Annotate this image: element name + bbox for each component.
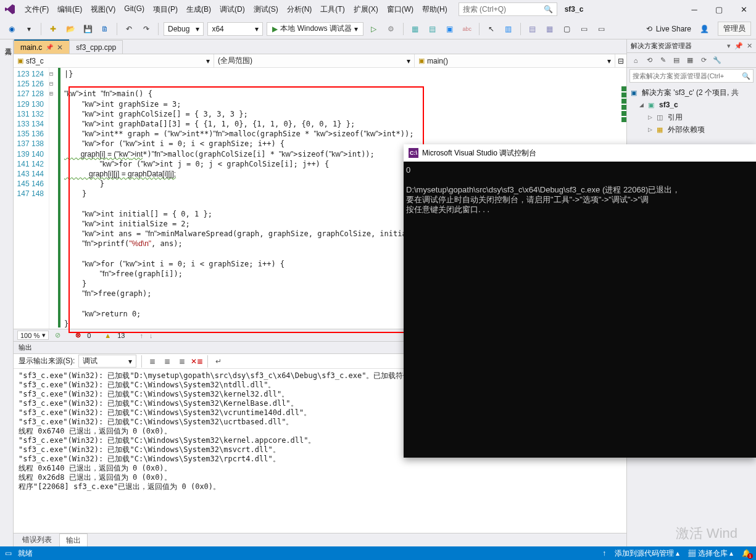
indent-icon[interactable]: ▥ [502,22,515,36]
line-numbers: 123 124 125 126 127 128 129 130 131 132 … [14,68,44,199]
panel-menu-icon[interactable]: ▾ [727,42,731,50]
output-source-combo[interactable]: 调试▾ [78,355,136,368]
platform-combo[interactable]: x64▾ [207,22,263,36]
fold-column[interactable]: ⊟ ⊟ ⊞ [49,68,58,329]
save-all-icon[interactable]: 🗎 [98,22,112,36]
close-icon[interactable]: ✕ [57,43,63,52]
nav-fwd-icon[interactable]: ▾ [22,22,36,36]
menu-item[interactable]: 生成(B) [183,2,215,17]
pin-icon[interactable]: 📌 [46,44,53,51]
redo-icon[interactable]: ↷ [139,22,153,36]
maximize-button[interactable]: ▢ [710,3,728,15]
tool-icon[interactable]: ✎ [658,56,668,65]
split-icon[interactable]: ⊟ [615,54,626,67]
status-source-control[interactable]: 添加到源代码管理 ▴ [615,548,679,559]
tool-icon[interactable]: ▦ [409,22,422,36]
grid-icon[interactable]: ▦ [543,22,557,36]
play-outline-icon[interactable]: ▷ [367,22,381,36]
debug-target-icon[interactable]: ⚙ [384,22,398,36]
menu-item[interactable]: 扩展(X) [350,2,382,17]
start-debug-button[interactable]: ▶本地 Windows 调试器▾ [267,22,363,36]
goto-icon[interactable]: ≣ [147,356,158,367]
solution-tree[interactable]: ▣解决方案 'sf3_c' (2 个项目, 共 ◢▣sf3_c ▷◫引用 ▷▦外… [627,84,756,138]
document-tab[interactable]: sf3_cpp.cpp [69,40,123,54]
menu-item[interactable]: 编辑(E) [54,2,86,17]
externaldeps-node[interactable]: 外部依赖项 [668,123,705,136]
tool2-icon[interactable]: ▤ [426,22,439,36]
menu-item[interactable]: 视图(V) [87,2,119,17]
cursor-icon[interactable]: ↖ [484,22,498,36]
window-controls: ─ ▢ ✕ [686,3,752,15]
clear-icon[interactable]: ✕≣ [191,356,202,367]
undo-icon[interactable]: ↶ [122,22,136,36]
toolbar: ◉ ▾ ✚ 📂 💾 🗎 ↶ ↷ Debug▾ x64▾ ▶本地 Windows … [0,19,756,39]
solution-icon: ▣ [631,86,639,99]
menu-item[interactable]: 帮助(H) [418,2,451,17]
menu-item[interactable]: 工具(T) [317,2,348,17]
next-icon[interactable]: ≣ [177,356,188,367]
menu-item[interactable]: 项目(P) [149,2,181,17]
chevron-down-icon[interactable]: ◢ [639,99,646,111]
nav-up-icon[interactable]: ↑ [139,332,143,339]
references-node[interactable]: 引用 [668,111,683,123]
menu-item[interactable]: 分析(N) [283,2,316,17]
tab-error-list[interactable]: 错误列表 [16,533,58,546]
chevron-right-icon[interactable]: ▷ [648,111,654,123]
prev-icon[interactable]: ≣ [162,356,173,367]
solution-search[interactable]: 搜索解决方案资源管理器(Ctrl+🔍 [629,69,754,83]
notifications-icon[interactable]: 🔔1 [742,549,751,558]
liveshare-label[interactable]: Live Share [656,25,691,33]
references-icon: ◫ [657,111,665,123]
nav-down-icon[interactable]: ↓ [149,332,153,339]
filter-icon[interactable]: ▤ [671,56,681,65]
pin-icon[interactable]: 📌 [734,42,743,50]
nav-back-icon[interactable]: ◉ [5,22,19,36]
nav-member[interactable]: ▣main()▾ [415,54,615,67]
nav-type[interactable]: (全局范围)▾ [214,54,415,67]
status-repo[interactable]: ▦ 选择仓库 ▴ [688,548,733,559]
nav-scope[interactable]: ▣sf3_c▾ [14,54,214,67]
console-titlebar[interactable]: C:\ Microsoft Visual Studio 调试控制台 [404,144,756,162]
no-issues-icon[interactable]: ⊘ [55,331,60,339]
console-icon: C:\ [409,148,418,158]
externaldeps-icon: ▦ [657,123,665,136]
close-icon[interactable]: ✕ [747,42,752,50]
title-bar: 文件(F)编辑(E)视图(V)Git(G)项目(P)生成(B)调试(D)测试(S… [0,0,756,19]
showall-icon[interactable]: ▦ [685,56,695,65]
menu-item[interactable]: 文件(F) [21,2,52,17]
chevron-right-icon[interactable]: ▷ [648,123,654,136]
search-box[interactable]: 搜索 (Ctrl+Q)🔍 [459,2,557,16]
refresh-icon[interactable]: ⟳ [699,56,708,65]
menu-item[interactable]: 测试(S) [250,2,282,17]
list-icon[interactable]: ▤ [526,22,539,36]
project-icon: ▣ [648,99,657,111]
project-node[interactable]: sf3_c [659,99,678,111]
wordwrap-icon[interactable]: ↵ [213,356,224,367]
tab-output[interactable]: 输出 [59,533,88,547]
open-icon[interactable]: 📂 [64,22,77,36]
sync-icon[interactable]: ⟲ [644,56,654,65]
props-icon[interactable]: 🔧 [712,56,722,65]
abc-icon[interactable]: abc [460,22,474,36]
debug-console-window[interactable]: C:\ Microsoft Visual Studio 调试控制台 0 D:\m… [404,144,756,458]
bookmark-icon[interactable]: ▣ [443,22,457,36]
menu-item[interactable]: 调试(D) [216,2,249,17]
menu-item[interactable]: 窗口(W) [383,2,417,17]
uncomment-icon[interactable]: ▭ [595,22,609,36]
toolbox-strip[interactable]: 工具箱 [0,39,14,546]
solution-node[interactable]: 解决方案 'sf3_c' (2 个项目, 共 [642,86,739,99]
zoom-combo[interactable]: 100 %▾ [17,331,49,340]
layout-icon[interactable]: ▢ [560,22,574,36]
save-icon[interactable]: 💾 [81,22,94,36]
chevron-down-icon: ▾ [354,25,358,33]
menu-item[interactable]: Git(G) [120,2,148,17]
bottom-tabs: 错误列表 输出 [14,533,626,546]
config-combo[interactable]: Debug▾ [164,22,204,36]
user-icon[interactable]: 👤 [700,25,709,33]
new-item-icon[interactable]: ✚ [46,22,60,36]
comment-icon[interactable]: ▭ [578,22,591,36]
minimize-button[interactable]: ─ [686,3,703,15]
close-button[interactable]: ✕ [735,3,752,15]
document-tab[interactable]: main.c📌✕ [14,40,70,54]
home-icon[interactable]: ⌂ [631,56,641,65]
